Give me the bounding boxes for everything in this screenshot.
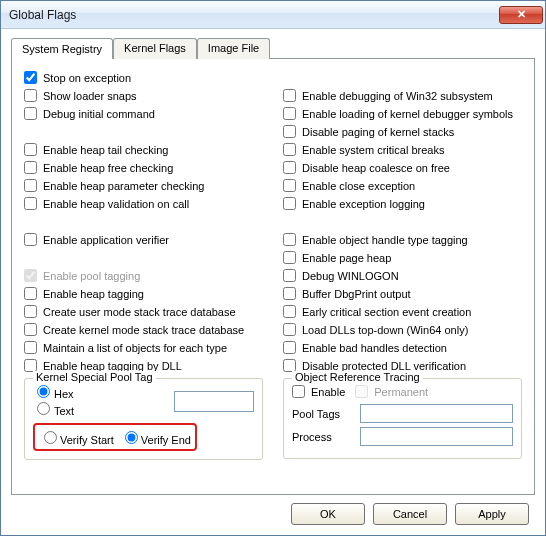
input-pool-tags[interactable] bbox=[360, 404, 513, 423]
cancel-button[interactable]: Cancel bbox=[373, 503, 447, 525]
radio-verify-end[interactable]: Verify End bbox=[120, 428, 191, 446]
apply-button[interactable]: Apply bbox=[455, 503, 529, 525]
row-pool-tags: Pool Tags bbox=[292, 404, 513, 423]
chk-debug-winlogon[interactable]: Debug WINLOGON bbox=[283, 267, 522, 284]
highlight-verify: Verify Start Verify End bbox=[33, 423, 197, 451]
client-area: System Registry Kernel Flags Image File … bbox=[1, 29, 545, 535]
left-column: Stop on exception Show loader snaps Debu… bbox=[24, 69, 263, 460]
chk-exception-log[interactable]: Enable exception logging bbox=[283, 195, 522, 212]
radio-verify-start[interactable]: Verify Start bbox=[39, 428, 114, 446]
chk-show-loader[interactable]: Show loader snaps bbox=[24, 87, 263, 104]
chk-user-mode-db[interactable]: Create user mode stack trace database bbox=[24, 303, 263, 320]
input-pool-tag[interactable] bbox=[174, 391, 254, 412]
window-title: Global Flags bbox=[9, 8, 76, 22]
chk-disable-coalesce[interactable]: Disable heap coalesce on free bbox=[283, 159, 522, 176]
input-process[interactable] bbox=[360, 427, 513, 446]
ok-button[interactable]: OK bbox=[291, 503, 365, 525]
dialog-window: Global Flags ✕ System Registry Kernel Fl… bbox=[0, 0, 546, 536]
tabpage-system-registry: Stop on exception Show loader snaps Debu… bbox=[11, 58, 535, 495]
chk-bad-handles[interactable]: Enable bad handles detection bbox=[283, 339, 522, 356]
chk-heap-free[interactable]: Enable heap free checking bbox=[24, 159, 263, 176]
row-hex: Hex Text bbox=[33, 385, 254, 417]
chk-close-exception[interactable]: Enable close exception bbox=[283, 177, 522, 194]
chk-ort-enable[interactable]: Enable bbox=[292, 385, 345, 398]
chk-handle-type-tag[interactable]: Enable object handle type tagging bbox=[283, 231, 522, 248]
group-object-reference-tracing: Object Reference Tracing Enable Permanen… bbox=[283, 378, 522, 459]
ort-top-row: Enable Permanent bbox=[292, 385, 513, 398]
chk-kernel-mode-db[interactable]: Create kernel mode stack trace database bbox=[24, 321, 263, 338]
close-icon: ✕ bbox=[517, 8, 526, 20]
chk-early-crit[interactable]: Early critical section event creation bbox=[283, 303, 522, 320]
titlebar: Global Flags ✕ bbox=[1, 1, 545, 29]
chk-pool-tagging: Enable pool tagging bbox=[24, 267, 263, 284]
chk-heap-param[interactable]: Enable heap parameter checking bbox=[24, 177, 263, 194]
radio-hex[interactable]: Hex bbox=[33, 385, 74, 400]
chk-debug-initial[interactable]: Debug initial command bbox=[24, 105, 263, 122]
label-process: Process bbox=[292, 431, 354, 443]
chk-buffer-dbgprint[interactable]: Buffer DbgPrint output bbox=[283, 285, 522, 302]
tabstrip: System Registry Kernel Flags Image File bbox=[11, 37, 535, 58]
label-pool-tags: Pool Tags bbox=[292, 408, 354, 420]
chk-load-dll-topdown[interactable]: Load DLLs top-down (Win64 only) bbox=[283, 321, 522, 338]
chk-ort-permanent: Permanent bbox=[355, 385, 428, 398]
chk-disable-paging[interactable]: Disable paging of kernel stacks bbox=[283, 123, 522, 140]
close-button[interactable]: ✕ bbox=[499, 6, 543, 24]
radio-text[interactable]: Text bbox=[33, 402, 74, 417]
chk-maintain-list[interactable]: Maintain a list of objects for each type bbox=[24, 339, 263, 356]
button-row: OK Cancel Apply bbox=[11, 495, 535, 525]
tab-system-registry[interactable]: System Registry bbox=[11, 38, 113, 59]
tab-image-file[interactable]: Image File bbox=[197, 38, 270, 59]
chk-app-verifier[interactable]: Enable application verifier bbox=[24, 231, 263, 248]
chk-sys-crit-break[interactable]: Enable system critical breaks bbox=[283, 141, 522, 158]
group-kernel-pool-tag: Kernel Special Pool Tag Hex Text Verify … bbox=[24, 378, 263, 460]
columns: Stop on exception Show loader snaps Debu… bbox=[24, 69, 522, 460]
group-legend-ort: Object Reference Tracing bbox=[292, 371, 423, 383]
right-column: Enable debugging of Win32 subsystem Enab… bbox=[283, 69, 522, 460]
tab-kernel-flags[interactable]: Kernel Flags bbox=[113, 38, 197, 59]
chk-stop-exception[interactable]: Stop on exception bbox=[24, 69, 263, 86]
chk-kernel-dbg-sym[interactable]: Enable loading of kernel debugger symbol… bbox=[283, 105, 522, 122]
chk-heap-tagging[interactable]: Enable heap tagging bbox=[24, 285, 263, 302]
chk-heap-valid[interactable]: Enable heap validation on call bbox=[24, 195, 263, 212]
row-process: Process bbox=[292, 427, 513, 446]
group-legend-kernel-pool: Kernel Special Pool Tag bbox=[33, 371, 156, 383]
chk-win32-debug[interactable]: Enable debugging of Win32 subsystem bbox=[283, 87, 522, 104]
chk-page-heap[interactable]: Enable page heap bbox=[283, 249, 522, 266]
chk-heap-tail[interactable]: Enable heap tail checking bbox=[24, 141, 263, 158]
